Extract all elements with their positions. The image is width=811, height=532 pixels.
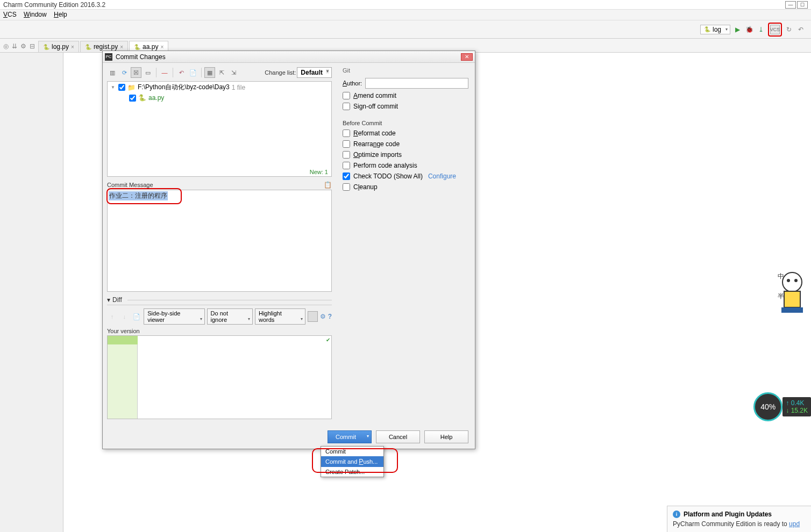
commit-button[interactable]: Commit (328, 430, 372, 443)
file-name: aa.py (148, 94, 164, 102)
root-checkbox[interactable] (118, 84, 125, 91)
changelist-label: Change list: (265, 69, 296, 76)
todo-checkbox[interactable] (343, 172, 350, 180)
highlight-mode-selector[interactable]: Highlight words (255, 308, 305, 325)
next-diff-icon[interactable]: ↓ (119, 311, 130, 322)
viewer-mode-selector[interactable]: Side-by-side viewer (144, 308, 204, 325)
refresh-icon[interactable]: ⟳ (119, 67, 130, 78)
minimize-button[interactable]: — (785, 1, 796, 9)
tab-log-py[interactable]: 🐍 log.py × (38, 41, 79, 52)
menu-vcs[interactable]: VCS (3, 11, 17, 18)
optimize-checkbox[interactable] (343, 151, 350, 159)
vcs-update-button[interactable]: ⤓ (756, 25, 766, 34)
collapse-all-icon[interactable]: ⇲ (228, 67, 239, 78)
menu-help[interactable]: Help (54, 11, 67, 18)
diff-gutter (108, 336, 138, 419)
amend-label: Amend commit (353, 92, 396, 99)
python-icon: 🐍 (704, 26, 710, 32)
folder-icon: 📁 (127, 84, 136, 91)
menu-window[interactable]: Window (24, 11, 47, 18)
changed-files-tree[interactable]: ▼ 📁 F:\Python自动化\byz-code\Day3 1 file 🐍 … (107, 81, 332, 177)
close-panel-icon[interactable]: ⊟ (30, 42, 35, 50)
optimize-label: Optimize imports (353, 151, 402, 159)
expand-icon[interactable]: ▭ (143, 67, 153, 78)
delete-icon[interactable]: — (159, 67, 170, 78)
jump-source-icon[interactable]: 📄 (132, 311, 142, 322)
python-file-icon: 🐍 (134, 44, 140, 50)
cancel-button[interactable]: Cancel (376, 430, 420, 443)
diff-added-marker (108, 336, 138, 344)
help-button[interactable]: Help (424, 430, 468, 443)
move-icon[interactable]: 📄 (188, 67, 198, 78)
diff-section-header[interactable]: ▾ Diff (107, 296, 332, 305)
revert-icon[interactable]: ☒ (131, 67, 141, 78)
svg-text:中: 中 (778, 272, 784, 280)
diff-help-icon[interactable]: ? (328, 313, 332, 320)
menu-item-commit[interactable]: Commit (321, 447, 383, 456)
run-configuration-selector[interactable]: 🐍 log (700, 25, 730, 34)
notification-text: PyCharm Community Edition is ready to (673, 520, 789, 528)
cleanup-checkbox[interactable] (343, 183, 350, 191)
collapse-icon[interactable]: ⇊ (12, 42, 17, 50)
reformat-checkbox[interactable] (343, 130, 350, 137)
window-title: Charm Community Edition 2016.3.2 (3, 1, 105, 9)
network-speed-widget[interactable]: 40% ↑ 0.4K ↓ 15.2K (753, 392, 811, 421)
rearrange-checkbox[interactable] (343, 140, 350, 148)
expand-all-icon[interactable]: ⇱ (216, 67, 227, 78)
target-icon[interactable]: ◎ (3, 42, 9, 50)
cartoon-mascot: 中 半 (773, 269, 811, 317)
expand-arrow-icon[interactable]: ▼ (111, 85, 116, 90)
menu-item-commit-and-push[interactable]: Commit and Push... (321, 456, 383, 467)
cleanup-label: Cleanup (353, 183, 378, 191)
close-icon[interactable]: × (160, 44, 163, 50)
tree-root-row[interactable]: ▼ 📁 F:\Python自动化\byz-code\Day3 1 file (108, 82, 331, 93)
dialog-close-button[interactable]: ✕ (461, 53, 473, 61)
configure-link[interactable]: Configure (428, 172, 456, 180)
ignore-whitespace-selector[interactable]: Do not ignore (207, 308, 253, 325)
debug-button[interactable]: 🐞 (744, 25, 754, 34)
main-toolbar: 🐍 log ▶ 🐞 ⤓ VCS ↻ ↶ (0, 20, 811, 39)
vcs-revert-button[interactable]: ↶ (796, 25, 806, 34)
diff-viewer[interactable]: ✔ (107, 335, 332, 419)
menu-item-create-patch[interactable]: Create Patch... (321, 467, 383, 477)
notification-title: Platform and Plugin Updates (684, 511, 772, 518)
svg-point-2 (794, 279, 798, 282)
show-diff-icon[interactable]: ▥ (107, 67, 118, 78)
amend-checkbox[interactable] (343, 92, 350, 99)
tab-actions: ◎ ⇊ ⚙ ⊟ (3, 42, 38, 52)
changelist-selector[interactable]: Default (297, 67, 332, 78)
prev-diff-icon[interactable]: ↑ (107, 311, 117, 322)
analysis-checkbox[interactable] (343, 162, 350, 169)
author-input[interactable] (365, 78, 468, 89)
vcs-history-button[interactable]: ↻ (784, 25, 794, 34)
python-file-icon: 🐍 (138, 94, 146, 102)
commit-dropdown-menu: Commit Commit and Push... Create Patch..… (321, 446, 384, 477)
close-icon[interactable]: × (120, 44, 123, 50)
notification-balloon[interactable]: i Platform and Plugin Updates PyCharm Co… (667, 506, 811, 532)
dialog-title-bar[interactable]: PC Commit Changes ✕ (103, 51, 475, 63)
run-button[interactable]: ▶ (732, 25, 742, 34)
commit-message-input[interactable]: 作业二：注册的程序 (107, 190, 332, 292)
maximize-button[interactable]: ☐ (797, 1, 808, 9)
collapse-unchanged-button[interactable] (308, 311, 318, 322)
commit-message-label: Commit Message (107, 182, 153, 188)
svg-point-0 (782, 272, 802, 292)
svg-point-1 (787, 279, 790, 282)
your-version-label: Your version (107, 328, 332, 334)
speed-gauge: 40% (753, 392, 782, 421)
update-link[interactable]: upd (789, 520, 800, 528)
rollback-icon[interactable]: ↶ (176, 67, 187, 78)
group-icon[interactable]: ▦ (204, 67, 215, 78)
rearrange-label: Rearrange code (353, 140, 400, 148)
dialog-toolbar: ▥ ⟳ ☒ ▭ — ↶ 📄 ▦ ⇱ ⇲ Change list: Default (107, 67, 332, 78)
vcs-commit-highlight: VCS (768, 23, 782, 37)
commit-history-icon[interactable]: 📋 (324, 181, 332, 189)
vcs-commit-button[interactable]: VCS (770, 25, 780, 34)
collapse-arrow-icon[interactable]: ▾ (107, 296, 110, 304)
diff-settings-icon[interactable]: ⚙ (320, 313, 326, 320)
tree-file-row[interactable]: 🐍 aa.py (108, 93, 331, 103)
file-checkbox[interactable] (129, 95, 136, 102)
gear-icon[interactable]: ⚙ (20, 42, 26, 50)
close-icon[interactable]: × (71, 44, 74, 50)
signoff-checkbox[interactable] (343, 103, 350, 110)
